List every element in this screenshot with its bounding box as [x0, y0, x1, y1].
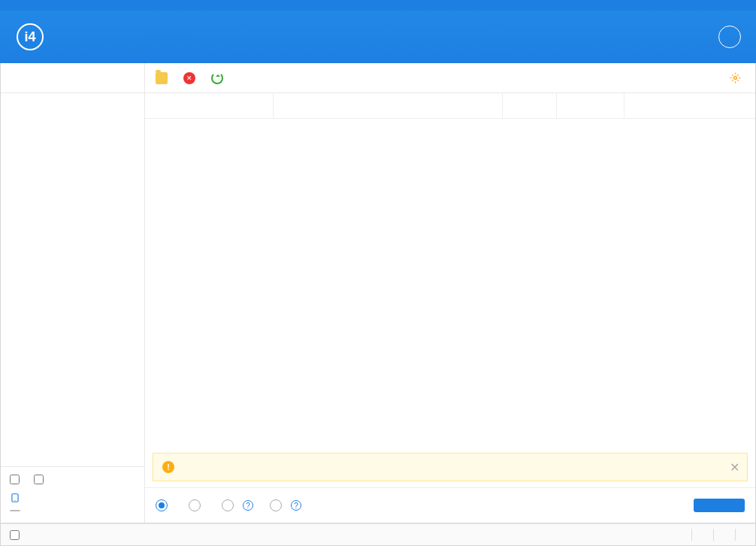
tb-skin-icon[interactable] — [676, 0, 687, 11]
th-version[interactable] — [168, 93, 273, 118]
folder-icon — [156, 72, 168, 84]
warning-icon: ! — [162, 461, 174, 473]
minimize-icon[interactable] — [709, 0, 720, 11]
flash-options: ? ? — [145, 487, 755, 523]
th-status[interactable] — [556, 93, 624, 118]
opt-anti-recover[interactable]: ? — [222, 499, 253, 511]
svg-point-2 — [734, 77, 737, 80]
opt-normal[interactable] — [189, 499, 205, 511]
tb-menu-icon[interactable] — [693, 0, 703, 11]
delete-button[interactable] — [183, 72, 199, 84]
flash-now-button[interactable] — [694, 499, 745, 512]
content: ! ✕ ? ? — [145, 63, 755, 523]
gear-icon — [730, 72, 741, 83]
maximize-icon[interactable] — [726, 0, 736, 11]
refresh-button[interactable] — [211, 72, 227, 84]
svg-point-1 — [14, 500, 15, 501]
open-folder-button[interactable] — [156, 72, 171, 84]
device-name[interactable] — [10, 493, 135, 503]
th-action — [624, 93, 755, 118]
th-size[interactable] — [502, 93, 556, 118]
warning-close-icon[interactable]: ✕ — [730, 460, 739, 475]
logo-icon: i4 — [17, 23, 44, 50]
refresh-icon — [211, 72, 223, 84]
titlebar — [0, 0, 756, 11]
logo[interactable]: i4 — [0, 23, 65, 50]
help-icon[interactable]: ? — [243, 500, 253, 511]
opt-repair[interactable]: ? — [270, 499, 301, 511]
opt-keep-data[interactable] — [156, 499, 172, 511]
help-icon[interactable]: ? — [291, 500, 301, 511]
delete-icon — [183, 72, 195, 84]
header: i4 — [0, 11, 756, 63]
skip-guide-checkbox[interactable] — [34, 475, 44, 487]
toolbar — [145, 63, 755, 93]
device-status — [1, 63, 144, 93]
close-icon[interactable] — [742, 0, 753, 11]
auto-activate-checkbox[interactable] — [10, 475, 20, 487]
table-header — [145, 93, 755, 119]
flash-settings-button[interactable] — [730, 72, 745, 83]
download-center-icon[interactable] — [718, 26, 741, 48]
th-name[interactable] — [273, 93, 502, 118]
block-itunes-checkbox[interactable] — [10, 530, 24, 540]
warning-bar: ! ✕ — [153, 453, 748, 481]
sidebar — [1, 63, 145, 523]
device-capacity — [10, 510, 20, 511]
statusbar — [0, 523, 756, 546]
